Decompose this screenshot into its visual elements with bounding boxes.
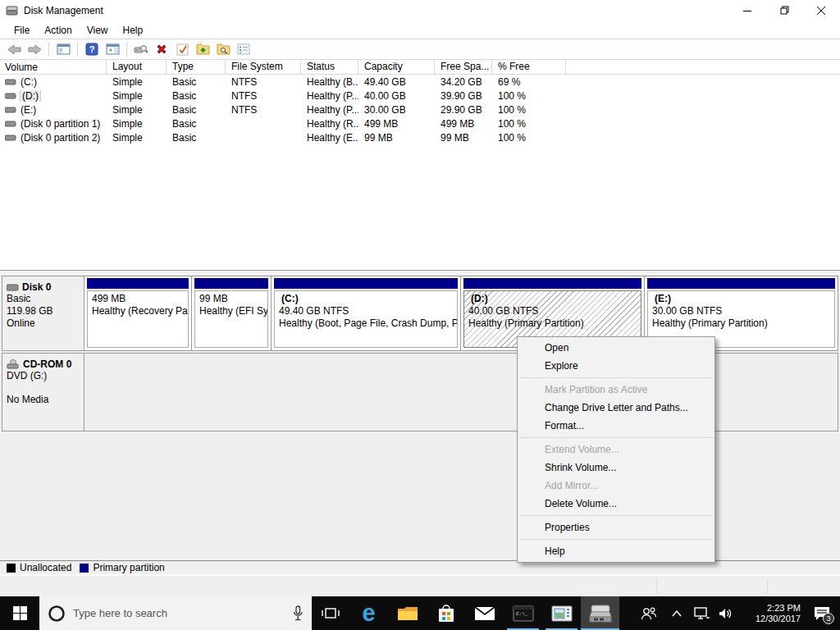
menu-action[interactable]: Action xyxy=(37,23,79,38)
start-icon xyxy=(13,606,27,620)
taskbar-file-explorer-button[interactable] xyxy=(388,596,427,630)
close-button[interactable] xyxy=(803,0,840,21)
task-view-icon xyxy=(322,606,340,621)
edge-icon: e xyxy=(362,601,375,625)
menu-separator xyxy=(519,437,713,438)
col-free-space[interactable]: Free Spa... xyxy=(435,60,492,74)
mail-icon xyxy=(474,606,495,621)
help-icon[interactable]: ? xyxy=(83,40,101,58)
cmd-icon: C:\_ xyxy=(513,605,534,622)
col-type[interactable]: Type xyxy=(167,60,226,74)
back-icon[interactable] xyxy=(5,40,23,58)
unallocated-swatch xyxy=(7,564,16,573)
search-placeholder: Type here to search xyxy=(73,607,285,619)
volume-icon xyxy=(5,93,16,99)
taskbar: Type here to search e C:\_ xyxy=(0,596,840,630)
partition-recovery[interactable]: 499 MB Healthy (Recovery Par xyxy=(84,276,192,350)
partition-color-bar xyxy=(647,278,835,289)
volume-list: Volume Layout Type File System Status Ca… xyxy=(0,60,840,270)
taskbar-store-button[interactable] xyxy=(427,596,465,630)
partition-color-bar xyxy=(194,278,268,289)
legend-primary-partition: Primary partition xyxy=(80,562,164,573)
explore-icon[interactable] xyxy=(214,40,232,58)
management-console-icon xyxy=(551,605,573,622)
taskbar-mail-button[interactable] xyxy=(465,596,504,630)
menu-item-delete-volume[interactable]: Delete Volume... xyxy=(518,495,714,513)
taskbar-clock[interactable]: 2:23 PM 12/30/2017 xyxy=(738,596,804,630)
properties-icon[interactable] xyxy=(235,40,253,58)
disk-0-info[interactable]: Disk 0 Basic 119.98 GB Online xyxy=(2,276,84,350)
col-capacity[interactable]: Capacity xyxy=(358,60,435,74)
people-button[interactable] xyxy=(633,596,664,630)
menu-item-shrink-volume[interactable]: Shrink Volume... xyxy=(518,459,714,477)
menu-item-extend-volume: Extend Volume... xyxy=(518,441,714,459)
toolbar: ? xyxy=(0,39,840,60)
taskbar-cmd-button[interactable]: C:\_ xyxy=(504,596,542,630)
action-center-button[interactable]: 3 xyxy=(804,596,840,630)
col-layout[interactable]: Layout xyxy=(107,60,167,74)
menu-item-properties[interactable]: Properties xyxy=(518,518,714,536)
volume-icon xyxy=(5,135,16,141)
menu-file[interactable]: File xyxy=(7,23,37,38)
col-volume[interactable]: Volume xyxy=(0,60,107,74)
window-title: Disk Management xyxy=(24,5,103,16)
cortana-circle-icon xyxy=(48,605,66,623)
disk-management-window: Disk Management File Action View Help ? xyxy=(0,0,840,596)
volume-button[interactable] xyxy=(714,596,738,630)
taskbar-disk-management-button[interactable] xyxy=(581,596,619,630)
partition-color-bar xyxy=(87,278,189,289)
table-row[interactable]: (Disk 0 partition 1) Simple Basic Health… xyxy=(0,116,840,130)
menu-view[interactable]: View xyxy=(80,23,116,38)
console-tree-icon[interactable] xyxy=(54,40,72,58)
mark-active-icon[interactable] xyxy=(173,40,191,58)
network-icon xyxy=(693,607,710,620)
table-row-selected[interactable]: (D:) Simple Basic NTFS Healthy (P... 40.… xyxy=(0,89,840,103)
network-button[interactable] xyxy=(689,596,714,630)
disk-drive-icon xyxy=(6,5,19,16)
taskbar-console-button[interactable] xyxy=(542,596,581,630)
table-row[interactable]: (Disk 0 partition 2) Simple Basic Health… xyxy=(0,130,840,144)
disk-0-partitions: 499 MB Healthy (Recovery Par 99 MB Healt… xyxy=(84,276,838,350)
volume-list-header: Volume Layout Type File System Status Ca… xyxy=(0,60,840,75)
menu-item-open[interactable]: Open xyxy=(518,339,714,357)
menu-separator xyxy=(519,539,713,540)
taskbar-edge-button[interactable]: e xyxy=(349,596,388,630)
forward-icon[interactable] xyxy=(25,40,43,58)
action-pane-icon[interactable] xyxy=(103,40,121,58)
desktop: Disk Management File Action View Help ? xyxy=(0,0,840,630)
volume-icon xyxy=(5,121,16,127)
partition-c[interactable]: (C:) 49.40 GB NTFS Healthy (Boot, Page F… xyxy=(272,276,461,350)
menu-item-help[interactable]: Help xyxy=(518,542,714,560)
status-divider xyxy=(656,578,657,594)
menu-item-change-drive-letter[interactable]: Change Drive Letter and Paths... xyxy=(518,399,714,417)
search-box[interactable]: Type here to search xyxy=(39,596,312,630)
clock-date: 12/30/2017 xyxy=(756,614,801,624)
task-view-button[interactable] xyxy=(312,596,349,630)
menu-help[interactable]: Help xyxy=(116,23,151,38)
delete-volume-icon[interactable] xyxy=(153,40,171,58)
col-pct-free[interactable]: % Free xyxy=(492,60,566,74)
title-bar[interactable]: Disk Management xyxy=(0,0,840,21)
col-file-system[interactable]: File System xyxy=(226,60,301,74)
menu-item-explore[interactable]: Explore xyxy=(518,357,714,375)
status-divider xyxy=(767,578,768,594)
chevron-up-icon xyxy=(672,610,682,617)
restore-button[interactable] xyxy=(766,0,803,21)
col-status[interactable]: Status xyxy=(301,60,358,74)
menu-item-format[interactable]: Format... xyxy=(518,417,714,435)
microphone-icon[interactable] xyxy=(292,605,304,622)
cdrom-0-info[interactable]: CD-ROM 0 DVD (G:) No Media xyxy=(2,354,84,431)
start-button[interactable] xyxy=(0,596,39,630)
table-row[interactable]: (E:) Simple Basic NTFS Healthy (P... 30.… xyxy=(0,103,840,116)
cdrom-empty-area xyxy=(84,354,838,431)
status-bar xyxy=(0,574,840,596)
rescan-disks-icon[interactable] xyxy=(132,40,150,58)
cdrom-drive-letter: DVD (G:) xyxy=(7,370,80,382)
minimize-button[interactable] xyxy=(729,0,766,21)
disk-icon xyxy=(7,284,19,291)
table-row[interactable]: (C:) Simple Basic NTFS Healthy (B... 49.… xyxy=(0,75,840,89)
tray-expand-button[interactable] xyxy=(664,596,689,630)
open-icon[interactable] xyxy=(194,40,212,58)
partition-efi[interactable]: 99 MB Healthy (EFI Sys xyxy=(192,276,272,350)
menu-separator xyxy=(519,515,713,516)
